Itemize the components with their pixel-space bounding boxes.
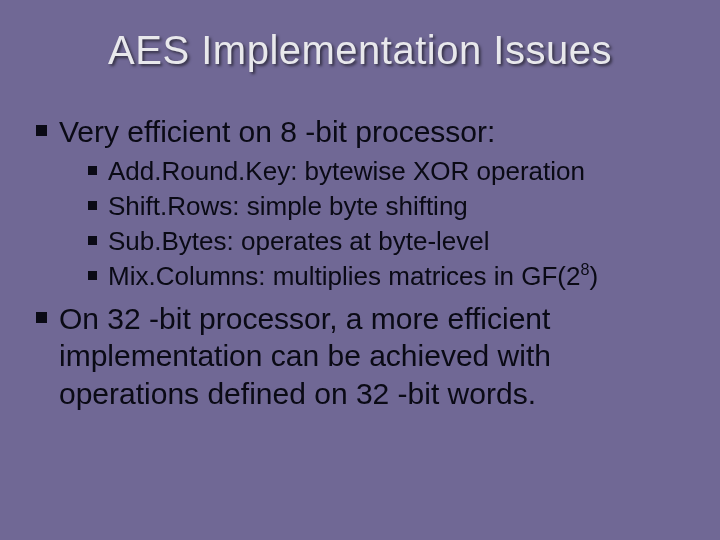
bullet-text: Shift.Rows: simple byte shifting xyxy=(108,190,468,223)
bullet-text: Very efficient on 8 -bit processor: xyxy=(59,113,495,151)
square-bullet-icon xyxy=(88,236,97,245)
square-bullet-icon xyxy=(36,125,47,136)
bullet-level2: Add.Round.Key: bytewise XOR operation xyxy=(88,155,684,188)
bullet-level2: Shift.Rows: simple byte shifting xyxy=(88,190,684,223)
bullet-text-post: ) xyxy=(589,261,598,291)
bullet-level1: Very efficient on 8 -bit processor: xyxy=(36,113,684,151)
square-bullet-icon xyxy=(88,201,97,210)
square-bullet-icon xyxy=(88,166,97,175)
bullet-text-pre: Mix.Columns: multiplies matrices in GF(2 xyxy=(108,261,580,291)
bullet-level1: On 32 -bit processor, a more efficient i… xyxy=(36,300,684,413)
bullet-text: On 32 -bit processor, a more efficient i… xyxy=(59,300,684,413)
bullet-text: Mix.Columns: multiplies matrices in GF(2… xyxy=(108,260,598,293)
bullet-text: Sub.Bytes: operates at byte-level xyxy=(108,225,490,258)
bullet-level2: Mix.Columns: multiplies matrices in GF(2… xyxy=(88,260,684,293)
bullet-level2: Sub.Bytes: operates at byte-level xyxy=(88,225,684,258)
square-bullet-icon xyxy=(88,271,97,280)
square-bullet-icon xyxy=(36,312,47,323)
slide-title: AES Implementation Issues xyxy=(36,28,684,73)
slide: AES Implementation Issues Very efficient… xyxy=(0,0,720,540)
bullet-text: Add.Round.Key: bytewise XOR operation xyxy=(108,155,585,188)
